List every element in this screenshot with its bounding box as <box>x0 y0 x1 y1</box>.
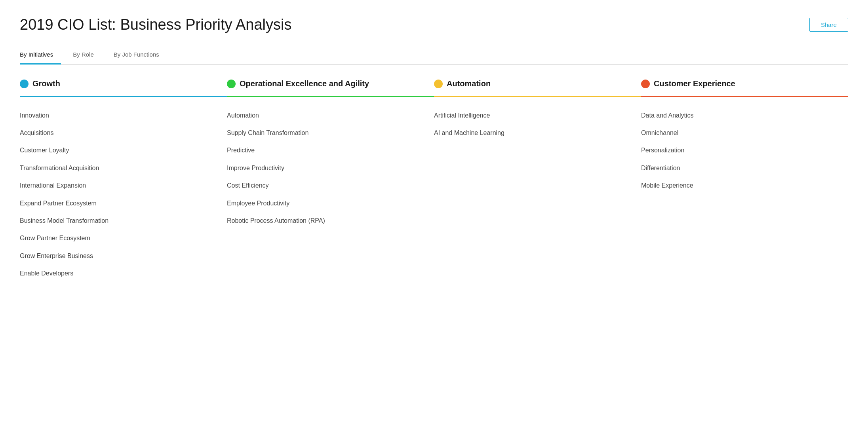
list-item: Data and Analytics <box>641 107 840 124</box>
category-header-automation: Automation <box>434 78 641 96</box>
list-item: Supply Chain Transformation <box>227 124 426 142</box>
list-item: Grow Enterprise Business <box>20 247 219 265</box>
items-grid: InnovationAcquisitionsCustomer LoyaltyTr… <box>20 107 848 283</box>
list-item: Innovation <box>20 107 219 124</box>
page-header: 2019 CIO List: Business Priority Analysi… <box>20 16 848 34</box>
share-button[interactable]: Share <box>809 18 848 32</box>
category-title-operational-excellence: Operational Excellence and Agility <box>240 78 369 89</box>
list-item: Automation <box>227 107 426 124</box>
page-title: 2019 CIO List: Business Priority Analysi… <box>20 16 291 34</box>
tab-by-initiatives[interactable]: By Initiatives <box>20 46 61 65</box>
list-item: Cost Efficiency <box>227 177 426 194</box>
category-divider-customer-experience <box>641 96 848 97</box>
category-title-growth: Growth <box>32 78 60 89</box>
categories-header: GrowthOperational Excellence and Agility… <box>20 78 848 96</box>
list-item: Differentiation <box>641 159 840 177</box>
list-item: Grow Partner Ecosystem <box>20 230 219 247</box>
category-dividers <box>20 96 848 97</box>
list-item: Robotic Process Automation (RPA) <box>227 212 426 230</box>
list-item: AI and Machine Learning <box>434 124 633 142</box>
tabs-container: By InitiativesBy RoleBy Job Functions <box>20 46 848 65</box>
tab-by-job-functions[interactable]: By Job Functions <box>114 46 167 65</box>
tab-by-role[interactable]: By Role <box>73 46 102 65</box>
category-title-customer-experience: Customer Experience <box>654 78 735 89</box>
category-divider-automation <box>434 96 641 97</box>
list-item: Employee Productivity <box>227 195 426 212</box>
category-header-growth: Growth <box>20 78 227 96</box>
list-item: Omnichannel <box>641 124 840 142</box>
list-item: International Expansion <box>20 177 219 194</box>
items-column-automation: Artificial IntelligenceAI and Machine Le… <box>434 107 641 283</box>
category-title-automation: Automation <box>447 78 491 89</box>
list-item: Mobile Experience <box>641 177 840 194</box>
tabs-list: By InitiativesBy RoleBy Job Functions <box>20 46 848 64</box>
list-item: Business Model Transformation <box>20 212 219 230</box>
list-item: Enable Developers <box>20 265 219 282</box>
list-item: Expand Partner Ecosystem <box>20 195 219 212</box>
category-header-operational-excellence: Operational Excellence and Agility <box>227 78 434 96</box>
list-item: Personalization <box>641 142 840 159</box>
list-item: Transformational Acquisition <box>20 159 219 177</box>
category-divider-operational-excellence <box>227 96 434 97</box>
list-item: Artificial Intelligence <box>434 107 633 124</box>
category-dot-customer-experience <box>641 80 650 88</box>
category-dot-operational-excellence <box>227 80 236 88</box>
items-column-growth: InnovationAcquisitionsCustomer LoyaltyTr… <box>20 107 227 283</box>
category-header-customer-experience: Customer Experience <box>641 78 848 96</box>
category-dot-growth <box>20 80 29 88</box>
items-column-operational-excellence: AutomationSupply Chain TransformationPre… <box>227 107 434 283</box>
category-divider-growth <box>20 96 227 97</box>
items-column-customer-experience: Data and AnalyticsOmnichannelPersonaliza… <box>641 107 848 283</box>
list-item: Acquisitions <box>20 124 219 142</box>
list-item: Customer Loyalty <box>20 142 219 159</box>
list-item: Improve Productivity <box>227 159 426 177</box>
category-dot-automation <box>434 80 443 88</box>
list-item: Predictive <box>227 142 426 159</box>
